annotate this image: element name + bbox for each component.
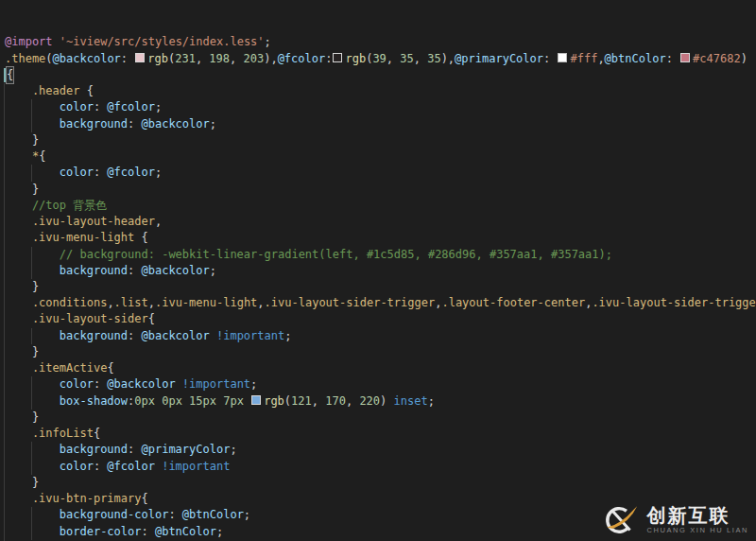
syntax-token: .conditions (32, 295, 107, 311)
syntax-token: ; (155, 165, 162, 181)
code-line[interactable]: .ivu-layout-header, (5, 214, 756, 230)
syntax-token: : (94, 165, 107, 181)
color-swatch[interactable] (680, 53, 690, 62)
indent-guide (31, 376, 60, 393)
syntax-token: @btnColor (182, 507, 244, 523)
syntax-token: @primaryColor (141, 442, 230, 458)
syntax-token (176, 376, 182, 393)
indent-guide (4, 426, 32, 442)
syntax-token: .list (114, 295, 148, 311)
code-line[interactable]: box-shadow:0px 0px 15px 7px rgb(121, 170… (5, 393, 756, 410)
code-line[interactable]: } (5, 410, 756, 426)
indent-guide (4, 247, 32, 263)
indent-guide (4, 311, 32, 327)
code-line[interactable]: } (5, 475, 756, 491)
code-line[interactable]: .theme(@backcolor: rgb(231, 198, 203),@f… (5, 51, 756, 67)
code-line[interactable]: //top 背景色 (5, 198, 756, 214)
syntax-token: 170 (325, 393, 346, 410)
syntax-token: @fcolor (107, 459, 155, 475)
syntax-token: : (94, 376, 107, 393)
code-line[interactable]: .ivu-menu-light { (5, 230, 756, 246)
syntax-token: @import (5, 34, 53, 50)
syntax-token: ( (168, 51, 175, 67)
code-line[interactable]: color: @fcolor !important (5, 459, 756, 475)
indent-guide (31, 165, 60, 181)
code-line[interactable]: } (5, 344, 756, 360)
syntax-token: .ivu-layout-sider-trigger (265, 295, 436, 311)
indent-guide (4, 376, 32, 393)
color-swatch[interactable] (251, 395, 261, 405)
syntax-token: { (141, 491, 147, 507)
indent-guide (4, 116, 32, 132)
brand-name: 创新互联 (646, 505, 730, 526)
code-line[interactable]: .header { (5, 83, 756, 99)
syntax-token: rgb (264, 393, 284, 410)
brand-subtitle: CHUANG XIN HU LIAN (646, 526, 748, 534)
indent-guide (4, 132, 32, 148)
syntax-token: @btnColor (605, 51, 666, 67)
code-line[interactable]: .conditions,.list,.ivu-menu-light,.ivu-l… (5, 295, 756, 311)
indent-guide (4, 165, 32, 181)
syntax-token: .itemActive (32, 360, 107, 376)
syntax-token: : (128, 116, 141, 132)
syntax-token: , (257, 295, 264, 311)
indent-guide (31, 507, 60, 523)
syntax-token: 15px (189, 393, 216, 410)
code-line[interactable]: .ivu-layout-sider{ (5, 311, 756, 327)
syntax-token: @backcolor (141, 263, 209, 279)
syntax-token: .ivu-layout-sider (32, 311, 148, 327)
code-line[interactable]: color: @fcolor; (5, 99, 756, 115)
syntax-token: !important (182, 376, 250, 393)
code-line[interactable]: } (5, 182, 756, 198)
syntax-token: , (387, 51, 400, 67)
code-line[interactable]: } (5, 132, 756, 148)
code-line[interactable]: background: @backcolor; (5, 263, 756, 279)
syntax-token: ; (265, 34, 271, 50)
code-line[interactable]: background: @primaryColor; (5, 442, 756, 458)
code-editor[interactable]: @import '~iview/src/styles/index.less';.… (0, 0, 756, 541)
indent-guide (31, 442, 60, 458)
syntax-token: : (128, 393, 134, 410)
syntax-token: rgb (345, 51, 366, 67)
syntax-token: 35 (400, 51, 413, 67)
code-line[interactable]: // background: -webkit-linear-gradient(l… (5, 247, 756, 263)
syntax-token: ; (250, 376, 257, 393)
syntax-token: @primaryColor (455, 51, 543, 67)
code-line[interactable]: } (5, 279, 756, 295)
syntax-token: @backcolor (107, 376, 175, 393)
color-swatch[interactable] (135, 53, 145, 62)
syntax-token: } (32, 475, 39, 491)
indent-guide (4, 328, 32, 344)
syntax-token: @backcolor (141, 116, 209, 132)
indent-guide (31, 99, 60, 115)
code-line[interactable]: color: @fcolor; (5, 165, 756, 181)
syntax-token: .ivu-menu-light (155, 295, 257, 311)
color-swatch[interactable] (333, 53, 342, 62)
code-line[interactable]: { (5, 67, 756, 83)
syntax-token: ; (244, 507, 250, 523)
syntax-token: , (414, 51, 427, 67)
code-line[interactable]: @import '~iview/src/styles/index.less'; (5, 34, 756, 50)
syntax-token: border-color (60, 524, 142, 540)
syntax-token: @backcolor (53, 51, 121, 67)
code-line[interactable]: *{ (5, 148, 756, 165)
code-area[interactable]: @import '~iview/src/styles/index.less';.… (5, 34, 756, 541)
indent-guide (4, 475, 32, 491)
code-line[interactable]: background: @backcolor !important; (5, 328, 756, 344)
syntax-token: ), (264, 51, 277, 67)
syntax-token: , (585, 295, 592, 311)
code-line[interactable]: background: @backcolor; (5, 116, 756, 132)
syntax-token: 39 (372, 51, 386, 67)
syntax-token: .ivu-menu-light (32, 230, 134, 246)
syntax-token: : (666, 51, 679, 67)
syntax-token: .layout-footer-center (441, 295, 585, 311)
syntax-token: , (196, 51, 209, 67)
color-swatch[interactable] (558, 53, 567, 62)
syntax-token: , (148, 295, 155, 311)
code-line[interactable]: .infoList{ (5, 426, 756, 442)
syntax-token: } (32, 132, 39, 148)
syntax-token: , (346, 393, 359, 410)
code-line[interactable]: .itemActive{ (5, 360, 756, 376)
syntax-token: #fff (570, 51, 597, 67)
code-line[interactable]: color: @backcolor !important; (5, 376, 756, 393)
